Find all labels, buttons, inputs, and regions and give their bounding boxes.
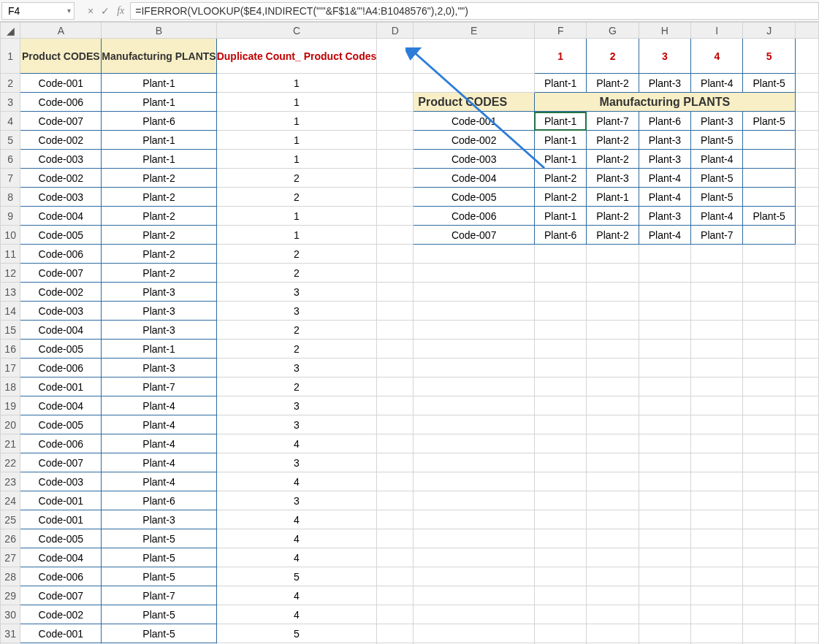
col-header-F[interactable]: F xyxy=(534,23,586,39)
cell-F6[interactable]: Plant-1 xyxy=(534,150,586,169)
cell-F10[interactable]: Plant-6 xyxy=(534,226,586,245)
row-header-17[interactable]: 17 xyxy=(1,359,20,377)
cell-A19[interactable]: Code-004 xyxy=(20,396,102,415)
cell-I1[interactable]: 4 xyxy=(691,39,743,74)
cell-C30[interactable]: 4 xyxy=(216,605,377,624)
col-header-G[interactable]: G xyxy=(587,23,639,39)
cell-A15[interactable]: Code-004 xyxy=(20,321,102,340)
row-header-23[interactable]: 23 xyxy=(1,472,20,491)
cell-J8[interactable] xyxy=(743,188,795,207)
cell-C17[interactable]: 3 xyxy=(216,359,377,377)
cell-B31[interactable]: Plant-5 xyxy=(102,624,216,643)
cell-E5[interactable]: Code-002 xyxy=(414,131,535,150)
col-header-C[interactable]: C xyxy=(216,23,377,39)
cell-B6[interactable]: Plant-1 xyxy=(102,150,216,169)
cell-J7[interactable] xyxy=(743,169,795,188)
cell-B24[interactable]: Plant-6 xyxy=(102,491,216,510)
cell-C27[interactable]: 4 xyxy=(216,548,377,567)
cell-I5[interactable]: Plant-5 xyxy=(691,131,743,150)
cell-I2[interactable]: Plant-4 xyxy=(691,74,743,93)
cell-H2[interactable]: Plant-3 xyxy=(639,74,690,93)
cell-G2[interactable]: Plant-2 xyxy=(587,74,639,93)
cell-A20[interactable]: Code-005 xyxy=(20,415,102,434)
row-header-5[interactable]: 5 xyxy=(1,131,20,150)
cell-A29[interactable]: Code-007 xyxy=(20,586,102,605)
row-header-26[interactable]: 26 xyxy=(1,529,20,548)
cell-B12[interactable]: Plant-2 xyxy=(102,264,216,283)
cell-J6[interactable] xyxy=(743,150,795,169)
cell-E7[interactable]: Code-004 xyxy=(414,169,535,188)
cell-A25[interactable]: Code-001 xyxy=(20,510,102,529)
cell-D10[interactable] xyxy=(377,226,414,245)
row-header-15[interactable]: 15 xyxy=(1,321,20,340)
cell-C2[interactable]: 1 xyxy=(216,74,377,93)
cell-F5[interactable]: Plant-1 xyxy=(534,131,586,150)
formula-input[interactable]: =IFERROR(VLOOKUP($E4,INDIRECT("'"&F$1&"'… xyxy=(130,2,819,20)
cell-J1[interactable]: 5 xyxy=(743,39,795,74)
cell-E1[interactable] xyxy=(414,39,535,74)
row-header-3[interactable]: 3 xyxy=(1,93,20,112)
cell-I4[interactable]: Plant-3 xyxy=(691,112,743,131)
cell-F4[interactable]: Plant-1 xyxy=(534,112,586,131)
row-header-4[interactable]: 4 xyxy=(1,112,20,131)
cell-C29[interactable]: 4 xyxy=(216,586,377,605)
cell-I7[interactable]: Plant-5 xyxy=(691,169,743,188)
row-header-20[interactable]: 20 xyxy=(1,415,20,434)
cell-B19[interactable]: Plant-4 xyxy=(102,396,216,415)
cell-A14[interactable]: Code-003 xyxy=(20,302,102,321)
row-header-13[interactable]: 13 xyxy=(1,283,20,302)
cell-H1[interactable]: 3 xyxy=(639,39,690,74)
cell-B16[interactable]: Plant-1 xyxy=(102,340,216,359)
cell-D1[interactable] xyxy=(377,39,414,74)
cell-A22[interactable]: Code-007 xyxy=(20,453,102,472)
cell-C12[interactable]: 2 xyxy=(216,264,377,283)
col-header-J[interactable]: J xyxy=(743,23,795,39)
cell-A31[interactable]: Code-001 xyxy=(20,624,102,643)
cell-E9[interactable]: Code-006 xyxy=(414,207,535,226)
cell-A17[interactable]: Code-006 xyxy=(20,359,102,377)
cell-I10[interactable]: Plant-7 xyxy=(691,226,743,245)
row-header-21[interactable]: 21 xyxy=(1,434,20,453)
cell-B29[interactable]: Plant-7 xyxy=(102,586,216,605)
cell-B13[interactable]: Plant-3 xyxy=(102,283,216,302)
cell-C16[interactable]: 2 xyxy=(216,340,377,359)
row-header-9[interactable]: 9 xyxy=(1,207,20,226)
cell-F7[interactable]: Plant-2 xyxy=(534,169,586,188)
cell-G4[interactable]: Plant-7 xyxy=(587,112,639,131)
cell-G7[interactable]: Plant-3 xyxy=(587,169,639,188)
cell-A12[interactable]: Code-007 xyxy=(20,264,102,283)
cell-C24[interactable]: 3 xyxy=(216,491,377,510)
cell-J5[interactable] xyxy=(743,131,795,150)
cell-A30[interactable]: Code-002 xyxy=(20,605,102,624)
row-header-22[interactable]: 22 xyxy=(1,453,20,472)
cell-D9[interactable] xyxy=(377,207,414,226)
row-header-27[interactable]: 27 xyxy=(1,548,20,567)
cell-G1[interactable]: 2 xyxy=(587,39,639,74)
cell-H4[interactable]: Plant-6 xyxy=(639,112,690,131)
cell-G5[interactable]: Plant-2 xyxy=(587,131,639,150)
cell-B10[interactable]: Plant-2 xyxy=(102,226,216,245)
cell-C28[interactable]: 5 xyxy=(216,567,377,586)
cell-C22[interactable]: 3 xyxy=(216,453,377,472)
cell-B27[interactable]: Plant-5 xyxy=(102,548,216,567)
cell-G8[interactable]: Plant-1 xyxy=(587,188,639,207)
col-header-H[interactable]: H xyxy=(639,23,690,39)
cell-I6[interactable]: Plant-4 xyxy=(691,150,743,169)
cell-B9[interactable]: Plant-2 xyxy=(102,207,216,226)
cell-E4[interactable]: Code-001 xyxy=(414,112,535,131)
cell-J9[interactable]: Plant-5 xyxy=(743,207,795,226)
cell-H10[interactable]: Plant-4 xyxy=(639,226,690,245)
cell-B22[interactable]: Plant-4 xyxy=(102,453,216,472)
cell-A21[interactable]: Code-006 xyxy=(20,434,102,453)
row-header-8[interactable]: 8 xyxy=(1,188,20,207)
cell-C26[interactable]: 4 xyxy=(216,529,377,548)
cell-E3[interactable]: Product CODES xyxy=(414,93,535,112)
col-header-E[interactable]: E xyxy=(414,23,535,39)
cell-B18[interactable]: Plant-7 xyxy=(102,377,216,396)
cell-B2[interactable]: Plant-1 xyxy=(102,74,216,93)
cell-B15[interactable]: Plant-3 xyxy=(102,321,216,340)
cell-C15[interactable]: 2 xyxy=(216,321,377,340)
cell-H7[interactable]: Plant-4 xyxy=(639,169,690,188)
cell-G10[interactable]: Plant-2 xyxy=(587,226,639,245)
row-header-31[interactable]: 31 xyxy=(1,624,20,643)
